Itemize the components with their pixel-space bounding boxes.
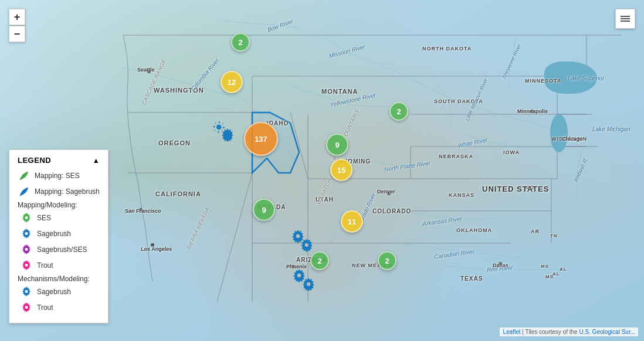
legend-item-mapping-ses: Mapping: SES (18, 169, 100, 182)
svg-point-31 (139, 208, 143, 212)
legend-item-mech-trout: Trout (18, 301, 100, 314)
svg-rect-42 (621, 16, 630, 17)
green-leaf-icon (18, 169, 30, 182)
legend-item-mm-ses: SES (18, 212, 100, 224)
svg-point-37 (499, 262, 502, 265)
zoom-in-button[interactable]: + (9, 9, 25, 25)
svg-point-32 (151, 243, 154, 247)
cluster-12[interactable]: 12 (221, 71, 243, 93)
legend-header: LEGEND ▲ (18, 156, 100, 165)
purple-gear-icon (20, 243, 33, 256)
cluster-2-mt[interactable]: 2 (389, 102, 408, 121)
green-gear-icon (20, 212, 33, 224)
blue-leaf-icon (18, 185, 30, 198)
legend-item-mapping-sagebrush: Mapping: Sagebrush (18, 185, 100, 198)
svg-rect-40 (621, 21, 630, 22)
svg-point-30 (147, 70, 151, 73)
cluster-137[interactable]: 137 (244, 122, 278, 156)
layers-icon (619, 13, 631, 25)
svg-point-34 (387, 192, 391, 195)
legend-label-mm-sagebrush-ses: Sagebrush/SES (37, 245, 87, 254)
attribution: Leaflet | Tiles courtesy of the U.S. Geo… (500, 328, 638, 336)
cluster-9-nv[interactable]: 9 (253, 199, 275, 221)
cluster-9-wy[interactable]: 9 (326, 134, 348, 156)
svg-point-35 (530, 110, 534, 113)
legend-item-mm-trout: Trout (18, 259, 100, 272)
legend-item-mech-sagebrush: Sagebrush (18, 285, 100, 298)
svg-rect-41 (621, 18, 630, 19)
layer-control[interactable] (615, 9, 635, 29)
gear-marker-oregon-2[interactable] (220, 127, 235, 145)
cluster-2-top[interactable]: 2 (231, 33, 250, 52)
zoom-controls: + − (9, 9, 25, 42)
legend-section-mapping-modeling: Mapping/Modeling: (18, 201, 100, 209)
legend-label-mapping-ses: Mapping: SES (35, 172, 80, 180)
blue-gear2-icon (20, 285, 33, 298)
layer-toggle-button[interactable] (615, 9, 635, 29)
legend-collapse-button[interactable]: ▲ (93, 156, 100, 165)
lake-michigan (550, 114, 568, 152)
pink-gear2-icon (20, 301, 33, 314)
svg-line-17 (217, 173, 252, 302)
legend-label-mm-sagebrush: Sagebrush (37, 230, 71, 238)
zoom-out-button[interactable]: − (9, 26, 25, 42)
cluster-15[interactable]: 15 (330, 159, 352, 181)
legend-label-mapping-sagebrush: Mapping: Sagebrush (35, 187, 100, 196)
cluster-2-nm[interactable]: 2 (378, 251, 396, 270)
legend-item-mm-sagebrush: Sagebrush (18, 227, 100, 240)
legend-label-mech-trout: Trout (37, 304, 53, 312)
gear-marker-nv-2[interactable] (299, 237, 314, 255)
gear-marker-la-2[interactable] (301, 277, 316, 294)
pink-gear-icon (20, 259, 33, 272)
legend-section-mechanisms-modeling: Mechanisms/Modeling: (18, 275, 100, 283)
legend-item-mm-sagebrush-ses: Sagebrush/SES (18, 243, 100, 256)
cluster-11[interactable]: 11 (341, 210, 363, 233)
lake-superior (544, 62, 597, 94)
legend-label-mm-trout: Trout (37, 261, 53, 270)
map-container[interactable]: WASHINGTON OREGON IDAHO CALIFORNIA NEVAD… (0, 0, 644, 341)
legend-label-mech-sagebrush: Sagebrush (37, 288, 71, 296)
legend-label-mm-ses: SES (37, 214, 51, 222)
legend-panel: LEGEND ▲ Mapping: SES Mapping: Sagebrush (9, 149, 109, 323)
legend-title: LEGEND (18, 156, 51, 165)
blue-gear-icon (20, 227, 33, 240)
